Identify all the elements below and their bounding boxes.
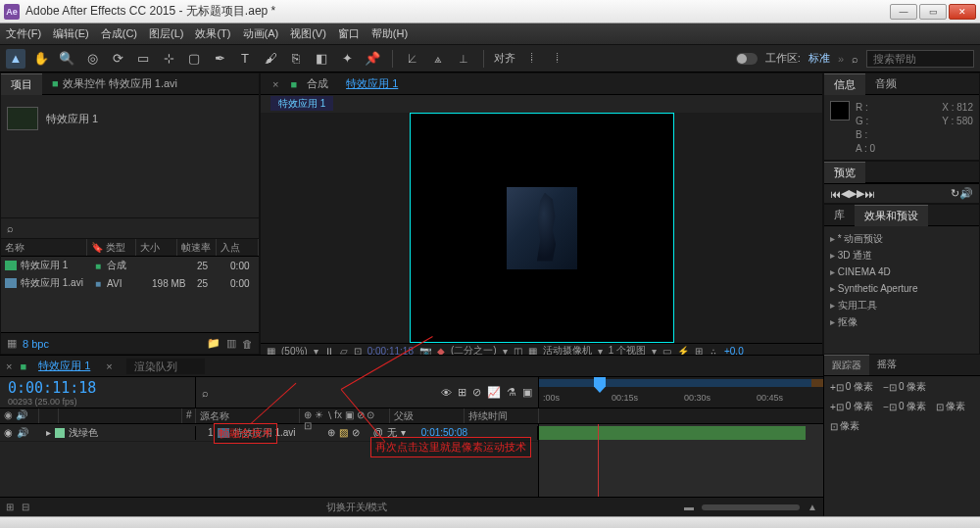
play-button[interactable]: ▶	[849, 187, 857, 200]
menu-view[interactable]: 视图(V)	[290, 26, 326, 41]
search-icon[interactable]: ⌕	[202, 387, 209, 399]
brush-tool[interactable]: 🖌	[261, 49, 280, 69]
library-tab[interactable]: 库	[824, 205, 855, 225]
mute-button[interactable]: 🔊	[959, 187, 973, 200]
shy-icon[interactable]: 👁	[441, 387, 452, 399]
col-size[interactable]: 大小	[136, 239, 177, 256]
loop-button[interactable]: ↻	[951, 187, 959, 200]
viewer-breadcrumb[interactable]: 特效应用 1	[270, 96, 333, 111]
menu-layer[interactable]: 图层(L)	[149, 26, 183, 41]
tracker-btn[interactable]: +⊡ 0 像素	[830, 380, 873, 394]
zoom-in-icon[interactable]: ▲	[808, 502, 817, 512]
playhead-line[interactable]	[598, 424, 599, 497]
anchor-tool[interactable]: ⊹	[159, 49, 178, 69]
close-window-button[interactable]: ✕	[949, 4, 976, 20]
fx-category[interactable]: 抠像	[830, 313, 973, 330]
prev-frame-button[interactable]: ◀	[841, 187, 849, 200]
project-tab[interactable]: 项目	[1, 73, 42, 95]
layer-switch-frameblend[interactable]: ▨	[339, 427, 348, 438]
next-frame-button[interactable]: ▶	[857, 187, 864, 200]
delete-icon[interactable]: 🗑	[242, 338, 253, 350]
composition-canvas[interactable]	[261, 113, 822, 343]
layer-bar[interactable]	[539, 426, 806, 440]
col-type[interactable]: 🔖 类型	[87, 239, 136, 256]
project-row[interactable]: 特效应用 1 ■ 合成 25 0:00	[1, 257, 259, 274]
tracker-btn[interactable]: −⊡ 0 像素	[883, 380, 926, 394]
zoom-tool[interactable]: 🔍	[57, 49, 76, 69]
menu-composition[interactable]: 合成(C)	[101, 26, 137, 41]
new-folder-icon[interactable]: 📁	[207, 337, 220, 350]
motion-blur-master-icon[interactable]: ⊘	[472, 386, 481, 399]
new-comp-icon[interactable]: ▥	[226, 337, 236, 350]
col-parent[interactable]: 父级	[390, 408, 465, 423]
menu-animation[interactable]: 动画(A)	[243, 26, 279, 41]
help-search-input[interactable]	[866, 50, 974, 68]
effects-presets-tab[interactable]: 效果和预设	[855, 205, 928, 226]
info-tab[interactable]: 信息	[824, 73, 865, 95]
fx-category[interactable]: 实用工具	[830, 297, 973, 313]
selection-tool[interactable]: ▲	[6, 49, 25, 69]
bpc-button[interactable]: 8 bpc	[23, 338, 49, 350]
layer-switch-quality[interactable]: ⊕	[327, 427, 335, 438]
video-layer-preview[interactable]	[507, 187, 577, 269]
audio-toggle[interactable]: 🔊	[17, 427, 28, 438]
hand-tool[interactable]: ✋	[31, 49, 51, 69]
tracker-btn[interactable]: ⊡ 像素	[936, 400, 965, 413]
clone-tool[interactable]: ⎘	[286, 49, 306, 69]
axis-world-icon[interactable]: ⟁	[428, 49, 448, 69]
project-row[interactable]: 特效应用 1.avi ■ AVI 198 MB 25 0:00	[1, 274, 259, 292]
search-icon[interactable]: ⌕	[7, 222, 14, 234]
col-in[interactable]: 入点	[217, 239, 259, 256]
visibility-toggle[interactable]: ◉	[4, 427, 13, 438]
fx-category[interactable]: * 动画预设	[830, 230, 973, 247]
menu-help[interactable]: 帮助(H)	[371, 26, 408, 41]
effect-controls-tab[interactable]: ■效果控件 特效应用 1.avi	[42, 73, 187, 94]
minimize-button[interactable]: —	[890, 4, 917, 20]
project-search-input[interactable]	[20, 222, 253, 234]
fx-category[interactable]: Synthetic Aperture	[830, 280, 973, 297]
pen-tool[interactable]: ✒	[210, 49, 229, 69]
layer-switch-motionblur[interactable]: ⊘	[352, 427, 360, 438]
menu-window[interactable]: 窗口	[338, 26, 360, 41]
workspace-value[interactable]: 标准	[808, 51, 830, 66]
interpret-footage-icon[interactable]: ▦	[7, 337, 17, 350]
layer-color-label[interactable]	[55, 428, 65, 438]
toggle-switches-label[interactable]: 切换开关/模式	[37, 501, 676, 514]
snap-icon[interactable]: ⸽	[521, 49, 541, 69]
frame-blend-master-icon[interactable]: ⊞	[458, 386, 466, 399]
last-frame-button[interactable]: ⏭	[864, 188, 875, 200]
axis-local-icon[interactable]: ⟀	[403, 49, 422, 69]
timeline-track-area[interactable]	[539, 424, 823, 497]
menu-edit[interactable]: 编辑(E)	[53, 26, 89, 41]
camera-tool[interactable]: ▭	[133, 49, 153, 69]
brainstorm-icon[interactable]: ⚗	[507, 386, 516, 399]
menu-effect[interactable]: 效果(T)	[195, 26, 230, 41]
col-duration[interactable]: 持续时间	[465, 408, 539, 423]
render-queue-input[interactable]	[126, 359, 205, 374]
col-fps[interactable]: 帧速率	[177, 239, 217, 256]
zoom-out-icon[interactable]: ▬	[684, 502, 694, 512]
eraser-tool[interactable]: ◧	[312, 49, 331, 69]
axis-view-icon[interactable]: ⟂	[454, 49, 473, 69]
ui-brightness-toggle[interactable]	[736, 53, 758, 65]
wiggler-tab[interactable]: 摇落	[869, 355, 905, 375]
zoom-slider[interactable]	[702, 504, 800, 510]
tracker-tab[interactable]: 跟踪器	[824, 355, 869, 375]
fx-category[interactable]: CINEMA 4D	[830, 264, 973, 280]
col-name[interactable]: 名称	[1, 239, 87, 256]
tracker-btn[interactable]: +⊡ 0 像素	[830, 400, 873, 413]
draft3d-icon[interactable]: ▣	[522, 386, 532, 399]
col-index[interactable]: #	[182, 408, 196, 423]
audio-tab[interactable]: 音频	[865, 73, 906, 94]
menu-file[interactable]: 文件(F)	[6, 26, 41, 41]
toggle-switches-icon[interactable]: ⊞	[6, 502, 14, 512]
roto-tool[interactable]: ✦	[337, 49, 357, 69]
orbit-tool[interactable]: ◎	[82, 49, 102, 69]
preview-tab[interactable]: 预览	[824, 162, 865, 183]
playhead[interactable]	[594, 377, 606, 393]
tracker-btn[interactable]: ⊡ 像素	[830, 419, 859, 433]
viewer-tab-comp[interactable]: 特效应用 1	[336, 73, 408, 94]
timeline-tab[interactable]: 特效应用 1	[28, 356, 100, 376]
snap-edge-icon[interactable]: ⸽	[547, 49, 566, 69]
puppet-tool[interactable]: 📌	[363, 49, 382, 69]
